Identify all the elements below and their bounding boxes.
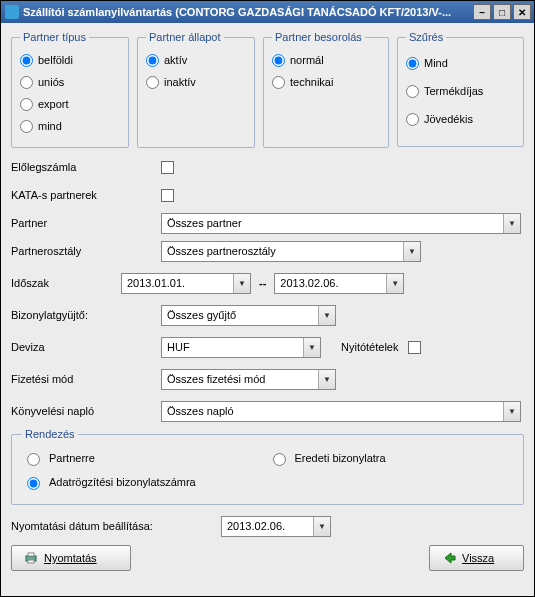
select-partnerosztaly[interactable]: Összes partnerosztály ▼ (161, 241, 421, 262)
idoszak-dash: -- (259, 277, 266, 289)
radio-inaktiv[interactable]: inaktív (146, 71, 246, 93)
select-partner[interactable]: Összes partner ▼ (161, 213, 521, 234)
checkbox-elolegszamla[interactable] (161, 161, 174, 174)
chevron-down-icon: ▼ (318, 370, 335, 389)
label-nyitotetelek: Nyitótételek (341, 341, 398, 353)
radio-technikai[interactable]: technikai (272, 71, 380, 93)
content: Partner típus belföldi uniós export mind… (1, 23, 534, 579)
nyomtatas-button[interactable]: Nyomtatás (11, 545, 131, 571)
label-fizetesimod: Fizetési mód (11, 373, 161, 385)
maximize-button[interactable]: □ (493, 4, 511, 20)
nyomtatasidatum-value: 2013.02.06. (227, 520, 285, 532)
titlebar: Szállítói számlanyilvántartás (CONTORG G… (1, 1, 534, 23)
select-bizonylatgyujto[interactable]: Összes gyűjtő ▼ (161, 305, 336, 326)
label-katas: KATA-s partnerek (11, 189, 161, 201)
legend-szures: Szűrés (406, 31, 446, 43)
select-idoszak-from[interactable]: 2013.01.01. ▼ (121, 273, 251, 294)
checkbox-katas[interactable] (161, 189, 174, 202)
vissza-button[interactable]: Vissza (429, 545, 524, 571)
minimize-button[interactable]: – (473, 4, 491, 20)
legend-rendezes: Rendezés (22, 428, 78, 440)
nyomtatas-label: Nyomtatás (44, 552, 97, 564)
window-title: Szállítói számlanyilvántartás (CONTORG G… (23, 6, 473, 18)
fizetesimod-value: Összes fizetési mód (167, 373, 265, 385)
select-nyomtatasidatum[interactable]: 2013.02.06. ▼ (221, 516, 331, 537)
chevron-down-icon: ▼ (313, 517, 330, 536)
radio-adatrogzitesi[interactable]: Adatrögzítési bizonylatszámra (22, 470, 513, 494)
select-idoszak-to[interactable]: 2013.02.06. ▼ (274, 273, 404, 294)
radio-normal[interactable]: normál (272, 49, 380, 71)
radio-szures-termekdijas[interactable]: Termékdíjas (406, 77, 515, 105)
chevron-down-icon: ▼ (303, 338, 320, 357)
deviza-value: HUF (167, 341, 190, 353)
select-konyvelesinaplo[interactable]: Összes napló ▼ (161, 401, 521, 422)
chevron-down-icon: ▼ (386, 274, 403, 293)
app-icon (5, 5, 19, 19)
radio-eredeti[interactable]: Eredeti bizonylatra (268, 446, 514, 470)
label-idoszak: Időszak (11, 277, 121, 289)
label-bizonylatgyujto: Bizonylatgyüjtő: (11, 309, 161, 321)
chevron-down-icon: ▼ (503, 214, 520, 233)
select-deviza[interactable]: HUF ▼ (161, 337, 321, 358)
label-elolegszamla: Előlegszámla (11, 161, 161, 173)
select-partner-value: Összes partner (167, 217, 242, 229)
label-deviza: Deviza (11, 341, 161, 353)
chevron-down-icon: ▼ (318, 306, 335, 325)
chevron-down-icon: ▼ (503, 402, 520, 421)
radio-szures-mind[interactable]: Mind (406, 49, 515, 77)
svg-rect-2 (28, 560, 34, 563)
label-konyvelesinaplo: Könyvelési napló (11, 405, 161, 417)
radio-partnerre[interactable]: Partnerre (22, 446, 268, 470)
group-partner-besorolas: Partner besorolás normál technikai (263, 31, 389, 148)
select-partnerosztaly-value: Összes partnerosztály (167, 245, 276, 257)
radio-unios[interactable]: uniós (20, 71, 120, 93)
legend-partner-besorolas: Partner besorolás (272, 31, 365, 43)
vissza-label: Vissza (462, 552, 494, 564)
chevron-down-icon: ▼ (403, 242, 420, 261)
group-szures: Szűrés Mind Termékdíjas Jövedékis (397, 31, 524, 147)
group-rendezes: Rendezés Partnerre Eredeti bizonylatra A… (11, 428, 524, 505)
close-button[interactable]: ✕ (513, 4, 531, 20)
chevron-down-icon: ▼ (233, 274, 250, 293)
print-icon (24, 551, 38, 565)
radio-export[interactable]: export (20, 93, 120, 115)
back-arrow-icon (442, 551, 456, 565)
legend-partner-allapot: Partner állapot (146, 31, 224, 43)
group-partner-allapot: Partner állapot aktív inaktív (137, 31, 255, 148)
label-partnerosztaly: Partnerosztály (11, 245, 161, 257)
svg-rect-1 (28, 553, 34, 556)
label-partner: Partner (11, 217, 161, 229)
radio-aktiv[interactable]: aktív (146, 49, 246, 71)
idoszak-from-value: 2013.01.01. (127, 277, 185, 289)
konyvelesinaplo-value: Összes napló (167, 405, 234, 417)
checkbox-nyitotetelek[interactable] (408, 341, 421, 354)
idoszak-to-value: 2013.02.06. (280, 277, 338, 289)
group-partner-tipus: Partner típus belföldi uniós export mind (11, 31, 129, 148)
bizonylatgyujto-value: Összes gyűjtő (167, 309, 236, 321)
radio-belfoldi[interactable]: belföldi (20, 49, 120, 71)
select-fizetesimod[interactable]: Összes fizetési mód ▼ (161, 369, 336, 390)
window: Szállítói számlanyilvántartás (CONTORG G… (0, 0, 535, 597)
radio-mind[interactable]: mind (20, 115, 120, 137)
radio-szures-jovedekis[interactable]: Jövedékis (406, 105, 515, 133)
legend-partner-tipus: Partner típus (20, 31, 89, 43)
label-nyomtatasidatum: Nyomtatási dátum beállítása: (11, 520, 221, 532)
